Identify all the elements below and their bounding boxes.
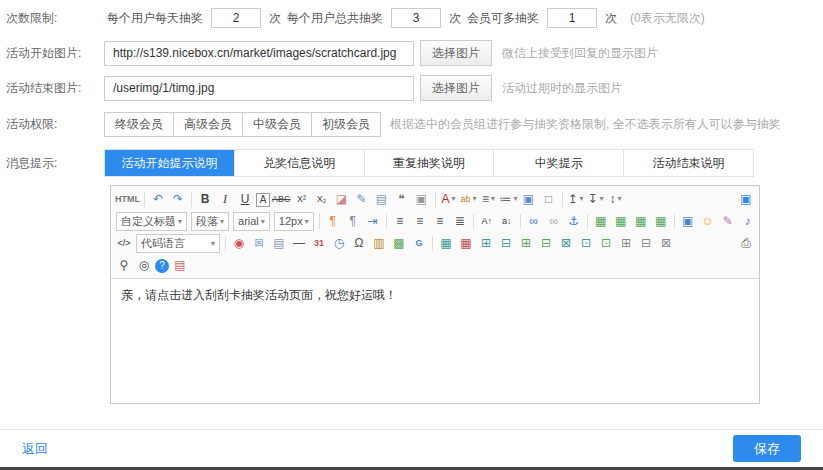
chart-icon[interactable]: ▥ (370, 234, 388, 252)
start-image-url-input[interactable] (104, 41, 414, 66)
custom-style-select[interactable]: 自定义标题▾ (116, 212, 187, 231)
font-family-select[interactable]: arial▾ (233, 212, 270, 231)
member-option-senior[interactable]: 高级会员 (173, 112, 243, 137)
line-height-icon[interactable]: ↕▾ (607, 190, 625, 208)
iframe-icon[interactable]: 回 (250, 234, 268, 252)
format-painter-icon[interactable]: ✎ (353, 190, 371, 208)
back-button[interactable]: 返回 (22, 440, 48, 458)
member-option-top[interactable]: 终级会员 (104, 112, 174, 137)
undo-icon[interactable]: ↶ (149, 190, 167, 208)
bold-icon[interactable]: B (196, 190, 214, 208)
end-image-url-input[interactable] (104, 76, 414, 101)
delete-row-icon[interactable]: ⊟ (497, 234, 515, 252)
align-right-icon[interactable]: ≡ (431, 212, 449, 230)
split-cols-icon[interactable]: ⊠ (657, 234, 675, 252)
delete-col-icon[interactable]: ⊟ (537, 234, 555, 252)
unlink-icon[interactable]: ∞ (545, 212, 563, 230)
horizontal-rule-icon[interactable]: — (290, 234, 308, 252)
split-rows-icon[interactable]: ⊟ (637, 234, 655, 252)
image-right-icon[interactable]: ▦ (652, 212, 670, 230)
choose-end-image-button[interactable]: 选择图片 (420, 75, 492, 101)
redo-icon[interactable]: ↷ (169, 190, 187, 208)
insert-table-icon[interactable]: ▦ (437, 234, 455, 252)
paste-plain-icon[interactable]: ▣ (413, 190, 431, 208)
tab-redeem-info[interactable]: 兑奖信息说明 (235, 150, 365, 176)
template-icon[interactable]: ▤ (270, 234, 288, 252)
image-center-icon[interactable]: ▦ (632, 212, 650, 230)
strikethrough-icon[interactable]: ABC (272, 190, 291, 208)
subscript-icon[interactable]: X₂ (313, 190, 331, 208)
fullscreen-icon[interactable]: ▣ (737, 190, 755, 208)
underline-icon[interactable]: U (236, 190, 254, 208)
merge-right-icon[interactable]: ⊡ (577, 234, 595, 252)
tab-win-tip[interactable]: 中奖提示 (494, 150, 624, 176)
insert-row-icon[interactable]: ⊞ (477, 234, 495, 252)
indent-icon[interactable]: ⇥ (364, 212, 382, 230)
auto-typeset-icon[interactable]: ▤ (373, 190, 391, 208)
clear-doc-icon[interactable]: □ (540, 190, 558, 208)
drafts-icon[interactable]: ▤ (171, 256, 189, 274)
map-icon[interactable]: ▩ (390, 234, 408, 252)
choose-start-image-button[interactable]: 选择图片 (420, 40, 492, 66)
per-day-draws-input[interactable] (211, 8, 261, 28)
highlight-color-icon[interactable]: ab▾ (460, 190, 478, 208)
tab-activity-start-tip[interactable]: 活动开始提示说明 (105, 150, 235, 176)
scrawl-icon[interactable]: ✎ (719, 212, 737, 230)
member-option-middle[interactable]: 中级会员 (242, 112, 312, 137)
source-code-button[interactable]: HTML (115, 190, 140, 208)
superscript-icon[interactable]: X² (293, 190, 311, 208)
blockquote-icon[interactable]: ❝ (393, 190, 411, 208)
search-replace-icon[interactable]: ⚲ (115, 256, 133, 274)
italic-icon[interactable]: I (216, 190, 234, 208)
direction-rtl-icon[interactable]: ¶ (344, 212, 362, 230)
delete-table-icon[interactable]: ▦ (457, 234, 475, 252)
merge-down-icon[interactable]: ⊡ (597, 234, 615, 252)
unordered-list-icon[interactable]: ≔▾ (500, 190, 518, 208)
time-icon[interactable]: ◷ (330, 234, 348, 252)
save-button[interactable]: 保存 (733, 435, 801, 462)
insert-image-icon[interactable]: ▣ (679, 212, 697, 230)
preview-icon[interactable]: ◎ (135, 256, 153, 274)
row-spacing-top-icon[interactable]: ↥▾ (567, 190, 585, 208)
uppercase-icon[interactable]: A↑ (478, 212, 496, 230)
lowercase-icon[interactable]: a↓ (498, 212, 516, 230)
help-icon[interactable]: ? (155, 259, 169, 273)
music-icon[interactable]: ♪ (739, 212, 756, 230)
anchor-icon[interactable]: ⚓ (565, 212, 583, 230)
code-language-select[interactable]: 代码语言▾ (136, 234, 220, 253)
webapp-icon[interactable]: ◉ (230, 234, 248, 252)
toolbar-row: </>代码语言▾◉回▤—31◷Ω▥▩G▦▦⊞⊟⊞⊟⊠⊡⊡⊞⊟⊠⎙ (114, 232, 756, 254)
image-left-icon[interactable]: ▦ (612, 212, 630, 230)
tab-repeat-draw[interactable]: 重复抽奖说明 (365, 150, 495, 176)
row-spacing-bottom-icon[interactable]: ↧▾ (587, 190, 605, 208)
insert-code-icon[interactable]: </> (115, 234, 133, 252)
ordered-list-icon[interactable]: ≡▾ (480, 190, 498, 208)
remove-format-icon[interactable]: ◪ (333, 190, 351, 208)
emotion-icon[interactable]: ☺ (699, 212, 717, 230)
font-size-select[interactable]: 12px▾ (274, 212, 314, 231)
editor-body[interactable]: 亲，请点击进入刮刮卡抽奖活动页面，祝您好运哦！ (111, 279, 759, 403)
total-draws-input[interactable] (391, 8, 441, 28)
print-icon[interactable]: ⎙ (737, 234, 755, 252)
font-color-icon[interactable]: A▾ (440, 190, 458, 208)
tab-activity-end[interactable]: 活动结束说明 (624, 150, 753, 176)
special-chars-icon[interactable]: Ω (350, 234, 368, 252)
align-left-icon[interactable]: ≡ (391, 212, 409, 230)
font-border-icon[interactable]: A (256, 193, 270, 207)
direction-ltr-icon[interactable]: ¶ (324, 212, 342, 230)
member-extra-draws-input[interactable] (547, 8, 597, 28)
image-none-icon[interactable]: ▦ (592, 212, 610, 230)
merge-cells-icon[interactable]: ⊠ (557, 234, 575, 252)
date-icon[interactable]: 31 (310, 234, 328, 252)
link-icon[interactable]: ∞ (525, 212, 543, 230)
align-center-icon[interactable]: ≡ (411, 212, 429, 230)
split-cells-icon[interactable]: ⊞ (617, 234, 635, 252)
insert-col-icon[interactable]: ⊞ (517, 234, 535, 252)
align-justify-icon[interactable]: ≣ (451, 212, 469, 230)
member-extra-draws-label: 会员可多抽奖 (467, 10, 539, 27)
google-map-icon[interactable]: G (410, 234, 428, 252)
select-all-icon[interactable]: ▣ (520, 190, 538, 208)
paragraph-select[interactable]: 段落▾ (191, 212, 229, 231)
member-option-junior[interactable]: 初级会员 (311, 112, 381, 137)
rich-text-editor: HTML↶↷BIUAABCX²X₂◪✎▤❝▣A▾ab▾≡▾≔▾▣□↥▾↧▾↕▾▣… (110, 185, 760, 404)
